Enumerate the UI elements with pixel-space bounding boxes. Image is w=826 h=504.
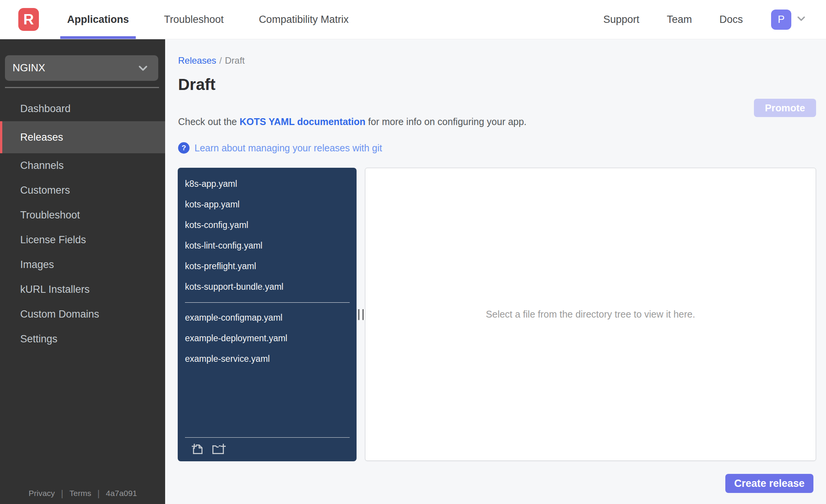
add-folder-icon[interactable]: [211, 442, 226, 456]
tab-applications[interactable]: Applications: [60, 0, 136, 39]
top-nav-bar: R Applications Troubleshoot Compatibilit…: [0, 0, 826, 39]
chevron-down-icon: [136, 61, 150, 75]
panel-resize-handle[interactable]: [357, 309, 365, 320]
avatar[interactable]: P: [771, 10, 791, 30]
add-file-icon[interactable]: [191, 442, 204, 456]
viewer-placeholder-text: Select a file from the directory tree to…: [486, 309, 695, 320]
chevron-down-icon: [795, 13, 807, 26]
sidebar-item-dashboard[interactable]: Dashboard: [0, 96, 165, 121]
sidebar-item-settings[interactable]: Settings: [0, 327, 165, 352]
sidebar-divider: [5, 87, 159, 88]
question-circle-icon: ?: [178, 142, 190, 154]
footer-separator: |: [97, 488, 100, 499]
page-title: Draft: [178, 75, 215, 94]
account-menu-chevron[interactable]: [795, 13, 807, 26]
sidebar-item-license-fields[interactable]: License Fields: [0, 228, 165, 252]
file-item[interactable]: example-configmap.yaml: [178, 307, 357, 328]
privacy-link[interactable]: Privacy: [29, 489, 55, 498]
file-item[interactable]: kots-config.yaml: [178, 215, 357, 235]
file-item[interactable]: kots-support-bundle.yaml: [178, 276, 357, 297]
nav-support[interactable]: Support: [603, 14, 640, 26]
build-version: 4a7a091: [106, 489, 137, 498]
file-list: k8s-app.yaml kots-app.yaml kots-config.y…: [178, 168, 357, 369]
replicated-logo[interactable]: R: [18, 8, 39, 31]
intro-suffix: for more info on configuring your app.: [365, 116, 526, 127]
app-selector-value: NGINX: [13, 62, 45, 74]
git-releases-link[interactable]: Learn about managing your releases with …: [194, 143, 382, 154]
terms-link[interactable]: Terms: [69, 489, 91, 498]
file-tree-toolbar: [185, 437, 350, 461]
intro-text: Check out the KOTS YAML documentation fo…: [178, 116, 527, 127]
breadcrumb-releases-link[interactable]: Releases: [178, 55, 216, 66]
sidebar-item-customers[interactable]: Customers: [0, 178, 165, 203]
release-editor: k8s-app.yaml kots-app.yaml kots-config.y…: [178, 168, 816, 461]
breadcrumb-current: Draft: [225, 55, 245, 66]
sidebar-item-custom-domains[interactable]: Custom Domains: [0, 302, 165, 327]
tab-compatibility-matrix[interactable]: Compatibility Matrix: [252, 0, 356, 39]
sidebar-item-channels[interactable]: Channels: [0, 153, 165, 178]
resize-grip-bar: [358, 309, 359, 320]
sidebar-item-kurl-installers[interactable]: kURL Installers: [0, 277, 165, 302]
file-item[interactable]: kots-lint-config.yaml: [178, 235, 357, 256]
kots-yaml-docs-link[interactable]: KOTS YAML documentation: [239, 116, 365, 127]
git-help-row: ? Learn about managing your releases wit…: [178, 142, 382, 154]
resize-grip-bar: [363, 309, 363, 320]
app-selector-dropdown[interactable]: NGINX: [5, 55, 158, 81]
primary-nav: Applications Troubleshoot Compatibility …: [60, 0, 377, 39]
intro-prefix: Check out the: [178, 116, 239, 127]
footer-separator: |: [61, 488, 63, 499]
file-item[interactable]: kots-app.yaml: [178, 194, 357, 215]
promote-button[interactable]: Promote: [754, 99, 816, 117]
file-viewer-panel: Select a file from the directory tree to…: [365, 168, 816, 461]
breadcrumb-separator: /: [219, 55, 222, 66]
nav-team[interactable]: Team: [667, 14, 692, 26]
file-tree-spacer: [178, 369, 357, 437]
file-item[interactable]: example-service.yaml: [178, 348, 357, 369]
nav-docs[interactable]: Docs: [719, 14, 743, 26]
main-content: Releases/Draft Draft Check out the KOTS …: [165, 39, 826, 504]
file-group-divider: [185, 302, 350, 303]
sidebar-item-images[interactable]: Images: [0, 252, 165, 277]
secondary-nav: Support Team Docs P: [576, 0, 826, 39]
file-item[interactable]: kots-preflight.yaml: [178, 256, 357, 276]
sidebar-footer: Privacy | Terms | 4a7a091: [29, 488, 137, 499]
app-sidebar: NGINX Dashboard Releases Channels Custom…: [0, 39, 165, 504]
sidebar-item-troubleshoot[interactable]: Troubleshoot: [0, 203, 165, 228]
file-tree-panel: k8s-app.yaml kots-app.yaml kots-config.y…: [178, 168, 357, 461]
sidebar-nav: Dashboard Releases Channels Customers Tr…: [0, 96, 165, 352]
tab-troubleshoot[interactable]: Troubleshoot: [157, 0, 231, 39]
create-release-button[interactable]: Create release: [725, 474, 813, 493]
sidebar-item-releases[interactable]: Releases: [0, 121, 165, 153]
file-item[interactable]: example-deployment.yaml: [178, 328, 357, 348]
file-item[interactable]: k8s-app.yaml: [178, 173, 357, 194]
breadcrumb: Releases/Draft: [178, 55, 245, 66]
